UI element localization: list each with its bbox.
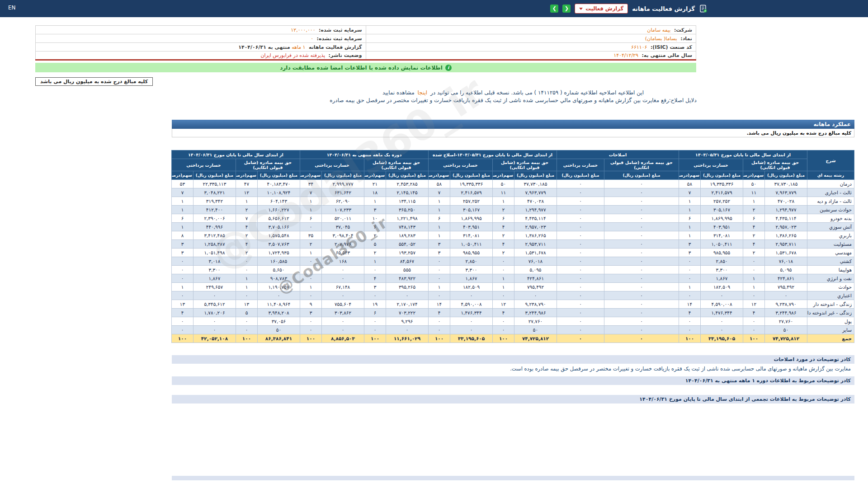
header-measure-row: رشته بیمه اي مبلغ (میلیون ریال) سهم(درصد… — [171, 171, 854, 180]
value-cell: ۱ — [171, 223, 193, 231]
value-cell: ۶ — [364, 309, 386, 317]
value-cell: ۸۴,۵۶۷ — [386, 257, 429, 266]
value-cell: ۲ — [743, 206, 765, 214]
report-icon — [699, 5, 707, 13]
table-row: هواپیما۵,۰۹۵۰۳,۳۰۰۰۰۰۵,۰۹۵۰۳,۳۰۰۰۵۵۵۰۰۰۵… — [171, 266, 854, 274]
value-cell: ۱ — [171, 206, 193, 214]
insurance-line-label: درمان — [807, 180, 854, 188]
value-cell: ۵۵۵ — [386, 266, 429, 274]
value-cell: ۳۰۳,۸۶۲ — [322, 309, 364, 317]
fiscal-year-value: ۱۴۰۴/۱۲/۲۹ — [613, 52, 638, 58]
value-cell: ۰ — [604, 300, 679, 309]
value-cell: ۰ — [557, 188, 604, 197]
insurance-line-label: آتش سوزي — [807, 223, 854, 231]
group-one-month-period: دوره یک ماهه منتهی به ۱۴۰۴/۰۶/۳۱ — [300, 150, 428, 159]
value-cell: ۱ — [236, 197, 257, 206]
info-row: شرکت: بیمه سامان سرمایه ثبت شده: ۱۲,۰۰۰,… — [36, 26, 696, 34]
value-cell: ۷۰۳,۲۲۲ — [386, 309, 429, 317]
value-cell: ۹,۲۳۸,۷۹۰ — [765, 300, 807, 309]
value-cell: ۳۷,۰۴۵ — [322, 223, 364, 231]
value-cell: ۱,۲۹۴,۹۷۷ — [514, 206, 557, 214]
value-cell: ۲,۹۵۷,۰۲۳ — [514, 223, 557, 231]
value-cell: ۴ — [679, 309, 701, 317]
value-cell: ۰ — [236, 291, 257, 300]
value-cell: ۷,۹۶۳,۷۷۹ — [514, 188, 557, 197]
unregistered-capital-value: ۰ — [311, 36, 313, 42]
table-row: درمان۳۷,۷۳۰,۱۸۵۵۰۱۹,۳۳۵,۳۳۶۵۸۰۰۳۷,۷۳۰,۱۸… — [171, 180, 854, 188]
value-cell: ۳,۲۴۴,۹۸۶ — [514, 309, 557, 317]
col-field-header: رشته بیمه اي — [807, 171, 854, 180]
value-cell: ۱۰,۱۰۸,۹۲۴ — [257, 188, 300, 197]
value-cell: ۱۱ — [743, 188, 765, 197]
insurance-line-label: مهندسي — [807, 249, 854, 257]
value-cell: ۰ — [557, 240, 604, 249]
value-cell: ۵۰ — [514, 326, 557, 334]
value-cell: ۰ — [450, 317, 493, 326]
value-cell: ۳۷,۷۳۰,۱۸۵ — [514, 180, 557, 188]
previous-version-link[interactable]: اینجا — [418, 89, 428, 96]
value-cell: ۱۰۰ — [743, 334, 765, 343]
chevron-down-icon — [579, 8, 583, 10]
value-cell: ۰ — [364, 317, 386, 326]
insurance-line-label: کشتي — [807, 257, 854, 266]
value-cell: ۰ — [300, 291, 321, 300]
share-header: سهم(درصد) — [364, 171, 386, 180]
insurance-line-label: ثالث - مازاد و دیه — [807, 197, 854, 206]
value-cell: ۶ — [429, 214, 450, 223]
report-period-link[interactable]: ۱ ماهه — [292, 44, 305, 50]
report-type-dropdown[interactable]: گزارش فعالیت — [575, 4, 628, 14]
value-cell: ۵,۰۹۵ — [514, 266, 557, 274]
value-cell: ۱,۰۵۱,۴۹۸ — [193, 249, 236, 257]
value-cell: ۰ — [493, 291, 514, 300]
value-cell: ۱ — [679, 197, 701, 206]
company-name-link[interactable]: بیمه سامان — [647, 27, 670, 33]
value-cell: ۷۴,۷۲۵,۸۱۲ — [514, 334, 557, 343]
unregistered-capital-label: سرمایه ثبت نشده: — [317, 36, 362, 42]
value-cell: ۱ — [171, 197, 193, 206]
value-cell: ۰ — [322, 266, 364, 274]
language-switch-en[interactable]: EN — [8, 5, 16, 11]
value-cell: ۰ — [679, 326, 701, 334]
value-cell: ۰ — [604, 240, 679, 249]
fiscal-year-label: سال مالی منتهی به: — [642, 52, 692, 58]
value-cell: ۴۲,۰۵۲,۱۰۸ — [193, 334, 236, 343]
value-cell: ۳,۲۴۴,۹۸۶ — [765, 309, 807, 317]
issuer-status-value: پذیرفته شده در فرابورس ایران — [260, 52, 325, 58]
value-cell: ۱۸۲,۵۰۹ — [450, 283, 493, 291]
group-ytd-0531-adjusted: از ابتدای سال مالی تا پایان مورخ ۱۴۰۴/۰۵… — [429, 150, 557, 159]
company-label: شرکت: — [674, 27, 692, 33]
value-cell: ۹,۲۹۶ — [386, 317, 429, 326]
share-header: سهم(درصد) — [743, 171, 765, 180]
value-cell: ۴۷۰,۰۲۸ — [514, 197, 557, 206]
value-cell: ۷ — [236, 214, 257, 223]
prev-report-button[interactable]: ❯ — [550, 5, 558, 13]
value-cell: ۰ — [743, 291, 765, 300]
claims-header: خسارت پرداختی — [429, 159, 493, 171]
value-cell: ۹۸۵,۹۵۵ — [450, 249, 493, 257]
isic-label: کد صنعت (ISIC): — [651, 44, 692, 50]
group-adjustments: اصلاحات — [557, 150, 679, 159]
value-cell: ۰ — [171, 326, 193, 334]
value-cell: ۱ — [429, 206, 450, 214]
value-cell: ۱ — [743, 274, 765, 283]
next-report-button[interactable]: ❮ — [562, 5, 571, 13]
value-cell: ۵۰ — [493, 180, 514, 188]
value-cell: ۰ — [386, 326, 429, 334]
value-cell: ۲,۹۵۷,۰۲۳ — [765, 223, 807, 231]
value-cell: ۱ — [300, 197, 321, 206]
value-cell: ۶ — [300, 214, 321, 223]
amount-header: مبلغ (میلیون ریال) — [514, 171, 557, 180]
value-cell: ۶ — [171, 214, 193, 223]
symbol-link[interactable]: بساما( بسامان) — [645, 36, 677, 42]
value-cell: ۱۰۷,۲۳۳ — [322, 206, 364, 214]
value-cell: ۱,۰۵۰,۴۱۱ — [701, 240, 743, 249]
report-period-suffix: منتهی به ۱۴۰۴/۰۶/۳۱ — [238, 44, 290, 50]
value-cell: ۳۴ — [300, 180, 321, 188]
amount-header: مبلغ (میلیون ریال) — [322, 171, 364, 180]
value-cell: ۷۶,۰۱۸ — [765, 257, 807, 266]
value-cell: ۰ — [257, 291, 300, 300]
value-cell: ۲,۱۷۰,۱۷۴ — [386, 300, 429, 309]
value-cell: ۴ — [743, 240, 765, 249]
value-cell: ۳,۳۰۰ — [701, 266, 743, 274]
value-cell: ۳,۰۴۸,۲۲۱ — [193, 188, 236, 197]
